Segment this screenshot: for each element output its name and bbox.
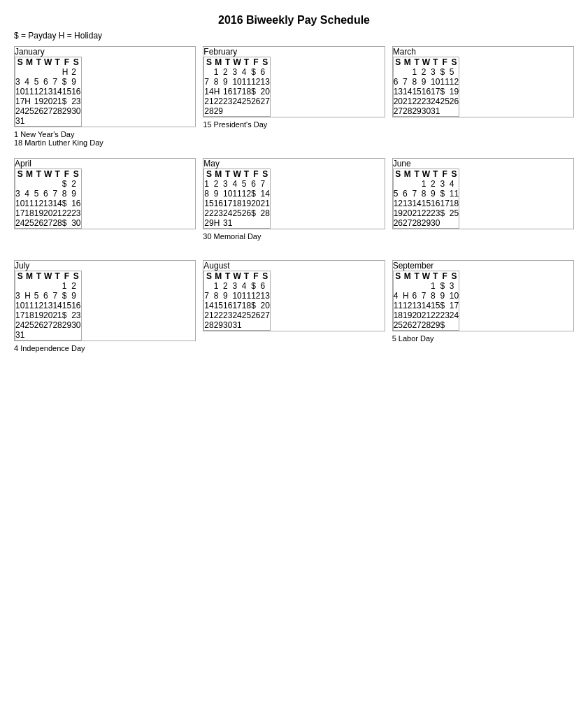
calendar-cell: 17 (450, 301, 459, 310)
calendar-cell (393, 67, 403, 77)
calendar-cell: 15 (422, 199, 431, 208)
calendar-cell: $ (62, 77, 71, 87)
calendar-cell (52, 228, 62, 229)
calendar-cell: 10 (15, 301, 25, 310)
day-header: T (242, 271, 251, 282)
calendar-cell: $ (440, 301, 449, 310)
calendar-cell: 12 (242, 189, 251, 199)
day-header: S (393, 271, 403, 282)
calendar-cell: $ (440, 67, 449, 77)
calendar-cell: 22 (412, 96, 421, 106)
calendar-may: MaySMTWTFS123456789101112$14151617181920… (203, 158, 385, 253)
calendar-cell: 10 (223, 189, 232, 199)
calendar-cell: 6 (260, 67, 270, 77)
calendar-cell: 5 (34, 77, 43, 87)
calendar-cell: 6 (43, 77, 52, 87)
calendar-cell (43, 67, 52, 77)
day-header: S (393, 169, 403, 180)
notes-september: 5 Labor Day (392, 334, 574, 355)
day-header: T (34, 57, 43, 68)
calendar-cell: 18 (24, 310, 34, 320)
calendar-cell: 6 (412, 291, 421, 301)
calendar-cell (403, 281, 412, 291)
calendar-cell (204, 228, 214, 229)
calendar-cell: 14 (52, 199, 62, 208)
calendar-cell: 2 (223, 281, 232, 291)
notes-july: 4 Independence Day (14, 344, 196, 365)
calendar-cell: 19 (450, 87, 459, 96)
calendar-june: JuneSMTWTFS123456789$1112131415161718192… (392, 158, 574, 253)
calendar-cell (15, 228, 25, 229)
calendar-cell: 22 (214, 310, 223, 320)
calendar-cell: 21 (204, 310, 214, 320)
calendar-cell: 13 (43, 199, 52, 208)
calendar-cell (223, 116, 232, 117)
calendar-cell: 27 (43, 106, 52, 116)
calendar-cell (450, 106, 459, 116)
calendar-cell: 8 (422, 189, 431, 199)
calendar-cell: 8 (412, 77, 421, 87)
calendar-cell (251, 320, 260, 330)
calendar-cell (242, 116, 251, 117)
day-header: S (260, 271, 270, 282)
day-header: T (223, 169, 232, 180)
calendar-cell: 25 (450, 208, 459, 218)
calendar-cell: 27 (260, 310, 270, 320)
calendar-september: SeptemberSMTWTFS1$34H6789101112131415$17… (392, 260, 574, 365)
calendar-cell: 26 (393, 218, 403, 228)
calendars-grid: JanuarySMTWTFSH234567$91011121314151617H… (14, 46, 574, 365)
calendar-march: MarchSMTWTFS123$567891011121314151617$19… (392, 46, 574, 151)
calendar-cell (43, 116, 52, 127)
calendar-cell (15, 281, 25, 291)
calendar-cell (71, 228, 81, 229)
calendar-cell: 18 (393, 310, 403, 320)
calendar-cell: 26 (251, 96, 260, 106)
calendar-cell: 20 (260, 301, 270, 310)
calendar-cell (43, 330, 52, 341)
calendar-cell: 16 (223, 87, 232, 96)
day-header: W (422, 271, 431, 282)
calendar-cell (251, 106, 260, 116)
calendar-cell (242, 106, 251, 116)
calendar-cell: 8 (214, 291, 223, 301)
calendar-cell: 8 (214, 77, 223, 87)
calendar-cell (15, 179, 25, 189)
calendar-cell (34, 281, 43, 291)
calendar-cell: $ (62, 291, 71, 301)
calendar-cell: 27 (43, 218, 52, 228)
calendar-cell: 20 (393, 96, 403, 106)
calendar-cell (223, 228, 232, 229)
calendar-cell: 2 (422, 67, 431, 77)
calendar-cell: 4 (232, 179, 241, 189)
day-header: T (34, 271, 43, 282)
calendar-cell (71, 116, 81, 127)
calendar-cell (204, 116, 214, 117)
calendar-cell (260, 116, 270, 117)
calendar-cell: 13 (260, 77, 270, 87)
calendar-cell: $ (251, 208, 260, 218)
day-header: M (403, 57, 412, 68)
calendar-cell: 12 (34, 301, 43, 310)
day-header: T (223, 57, 232, 68)
day-header: T (52, 57, 62, 68)
calendar-cell: 16 (431, 199, 440, 208)
calendar-cell: 22 (204, 208, 214, 218)
calendar-cell: 8 (62, 189, 71, 199)
day-header: T (34, 169, 43, 180)
calendar-cell: 11 (242, 77, 251, 87)
calendar-cell: $ (251, 87, 260, 96)
calendar-cell: 28 (260, 208, 270, 218)
calendar-cell: $ (440, 320, 449, 330)
calendar-cell: 20 (43, 310, 52, 320)
calendar-cell (62, 228, 71, 229)
calendar-cell (260, 228, 270, 229)
calendar-cell (242, 320, 251, 330)
calendar-cell: $ (62, 218, 71, 228)
calendar-cell: H (214, 218, 223, 228)
calendar-cell: 9 (214, 189, 223, 199)
month-header-march: March (393, 47, 573, 57)
calendar-cell: $ (251, 281, 260, 291)
calendar-cell: 22 (422, 208, 431, 218)
calendar-cell: 31 (232, 320, 241, 330)
calendar-cell: 3 (232, 67, 241, 77)
